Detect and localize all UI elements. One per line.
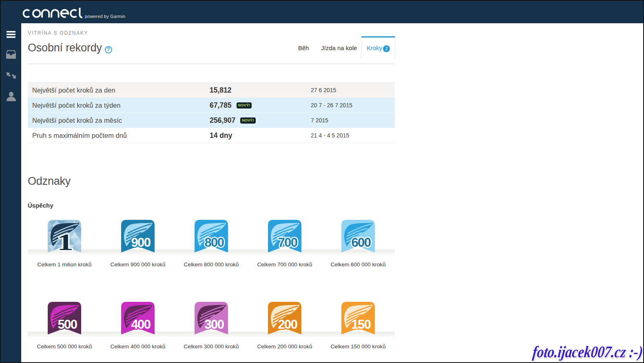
svg-text:300: 300 xyxy=(204,317,224,332)
svg-text:200: 200 xyxy=(278,317,297,332)
svg-text:600: 600 xyxy=(351,235,370,250)
svg-text:400: 400 xyxy=(131,317,150,332)
svg-text:500: 500 xyxy=(58,317,77,332)
svg-text:700: 700 xyxy=(278,235,297,250)
svg-text:150: 150 xyxy=(351,317,370,332)
svg-text:800: 800 xyxy=(204,235,224,250)
svg-text:1: 1 xyxy=(57,230,73,253)
svg-text:900: 900 xyxy=(131,235,150,250)
